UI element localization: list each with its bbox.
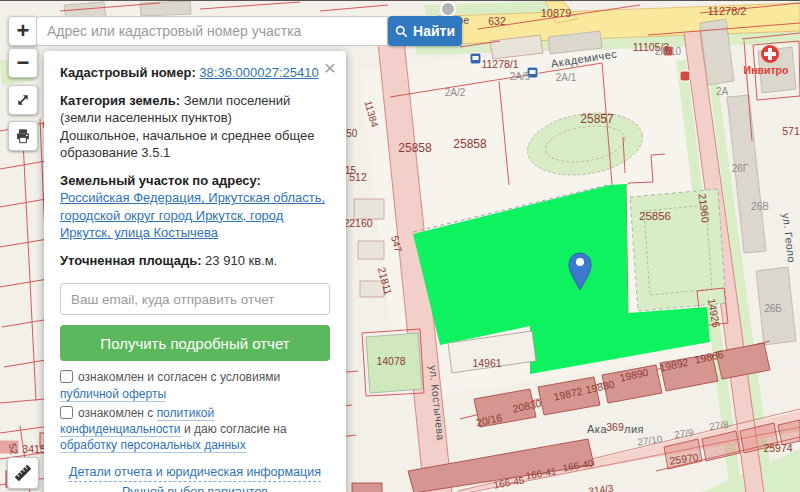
parcel-info-panel: × Кадастровый номер: 38:36:000027:25410 … (44, 51, 346, 492)
manual-select-link[interactable]: Ручной выбор вариантов (122, 484, 268, 492)
offer-consent-text: ознакомлен и согласен с условиями (78, 370, 280, 384)
address-link[interactable]: Российская Федерация, Иркутская область,… (60, 190, 325, 240)
search-button[interactable]: Найти (388, 16, 462, 46)
email-input[interactable] (60, 283, 330, 315)
land-category-row: Категория земель: Земли поселений (земли… (60, 92, 330, 162)
area-label: Уточненная площадь: (60, 253, 201, 268)
privacy-consent-checkbox[interactable] (60, 406, 73, 419)
address-row: Земельный участок по адресу: Российская … (60, 172, 330, 242)
transit-stop-icon[interactable] (441, 2, 455, 16)
public-offer-link[interactable]: публичной оферты (60, 387, 166, 402)
search-button-label: Найти (413, 23, 455, 39)
poi-icon[interactable] (663, 46, 673, 56)
offer-consent-checkbox[interactable] (60, 370, 73, 383)
expand-arrows-icon (13, 90, 33, 110)
measure-button[interactable] (7, 457, 39, 489)
fullscreen-button[interactable] (8, 85, 38, 115)
plus-icon: + (17, 20, 30, 42)
search-input[interactable] (36, 16, 388, 46)
zoom-out-button[interactable]: − (8, 48, 38, 78)
print-button[interactable] (8, 121, 38, 151)
address-label: Земельный участок по адресу: (60, 173, 261, 188)
map-viewport[interactable]: 1087911278/2бусное632Академичес11105/311… (0, 0, 800, 492)
cadastral-number-label: Кадастровый номер: (60, 65, 196, 80)
personal-data-link[interactable]: обработку персональных данных (60, 438, 246, 453)
bus-stop-icon[interactable] (470, 53, 481, 64)
privacy-consent-text-2: и даю согласие на (181, 422, 287, 436)
land-use-value: Дошкольное, начальное и среднее общее об… (60, 127, 330, 162)
land-category-label: Категория земель: (60, 93, 180, 108)
area-value: 23 910 кв.м. (205, 253, 277, 268)
invitro-clinic-icon[interactable] (761, 45, 779, 63)
offer-consent-row: ознакомлен и согласен с условиями публич… (60, 369, 330, 401)
privacy-consent-row: ознакомлен с политикой конфиденциальност… (60, 405, 330, 454)
cadastral-number-row: Кадастровый номер: 38:36:000027:25410 (60, 64, 330, 82)
minus-icon: − (17, 52, 30, 74)
area-row: Уточненная площадь: 23 910 кв.м. (60, 252, 330, 270)
ruler-icon (12, 462, 34, 484)
bus-stop-icon[interactable] (527, 67, 538, 78)
zoom-in-button[interactable]: + (8, 16, 38, 46)
report-details-link[interactable]: Детали отчета и юридическая информация (69, 464, 321, 482)
printer-icon (13, 126, 33, 146)
poi-icon[interactable] (680, 71, 690, 81)
get-report-button[interactable]: Получить подробный отчет (60, 325, 330, 361)
privacy-consent-text-1: ознакомлен с (78, 406, 157, 420)
panel-footer-links: Детали отчета и юридическая информация Р… (60, 462, 330, 492)
search-icon (395, 25, 408, 38)
cadastral-number-link[interactable]: 38:36:000027:25410 (199, 65, 318, 80)
close-icon[interactable]: × (324, 57, 336, 78)
